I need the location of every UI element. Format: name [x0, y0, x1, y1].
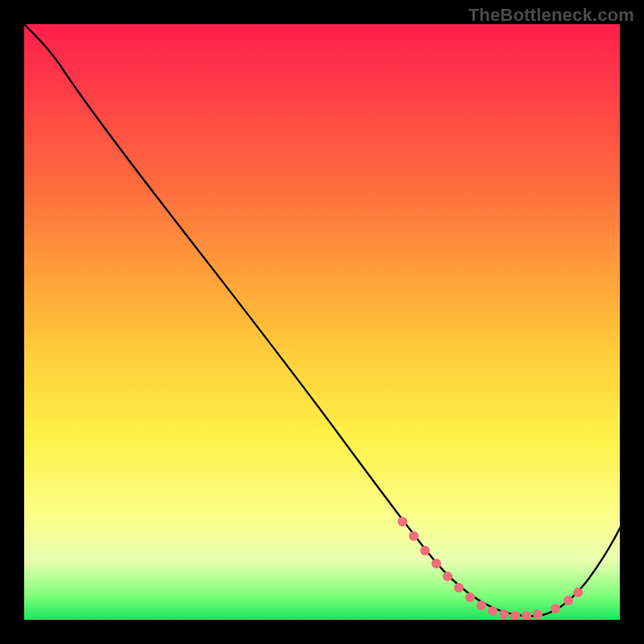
svg-point-8	[488, 606, 497, 616]
svg-point-11	[522, 611, 531, 620]
svg-point-5	[454, 583, 464, 592]
svg-point-0	[398, 517, 407, 526]
watermark-text: TheBottleneck.com	[469, 5, 634, 26]
chart-curve	[24, 24, 620, 616]
svg-point-10	[510, 611, 520, 620]
svg-point-7	[477, 601, 486, 610]
svg-point-4	[443, 572, 452, 581]
svg-point-12	[533, 609, 543, 619]
chart-stage: TheBottleneck.com	[0, 0, 644, 644]
svg-point-14	[564, 596, 573, 605]
svg-point-6	[465, 592, 475, 602]
svg-point-13	[551, 604, 560, 613]
svg-point-2	[420, 546, 430, 555]
svg-point-3	[431, 559, 441, 568]
svg-point-15	[573, 588, 583, 597]
optimal-markers	[398, 517, 583, 620]
svg-point-1	[409, 531, 419, 541]
svg-point-9	[499, 609, 509, 619]
plot-area	[24, 24, 620, 620]
chart-svg	[24, 24, 620, 620]
